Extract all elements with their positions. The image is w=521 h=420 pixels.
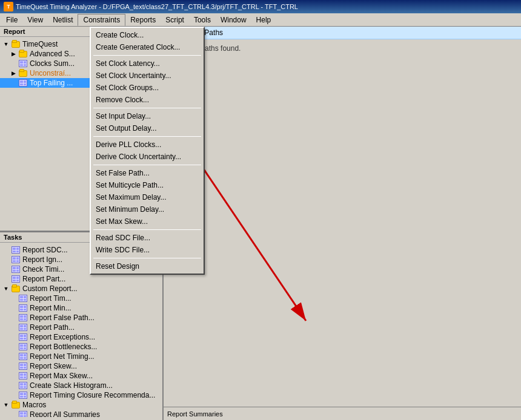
icon-create-slack-histogram (18, 381, 28, 390)
label-report-ign: Report Ign... (22, 255, 62, 264)
tasks-report-all-summaries[interactable]: ▶ Report All Summaries (0, 410, 162, 417)
icon-report-all-summaries (18, 410, 28, 417)
content-body: No failing paths found. (164, 39, 521, 57)
menu-set-clock-groups[interactable]: Set Clock Groups... (91, 82, 204, 94)
label-check-timi: Check Timi... (22, 265, 64, 274)
icon-report-timing-closure (18, 391, 28, 399)
right-panel: Top Failing Paths No failing paths found… (164, 27, 521, 420)
menu-set-output-delay[interactable]: Set Output Delay... (91, 122, 204, 134)
label-report-sdc: Report SDC... (22, 246, 68, 254)
icon-report-net-timing (18, 352, 28, 361)
menu-set-multicycle-path[interactable]: Set Multicycle Path... (91, 179, 204, 191)
menu-set-max-skew[interactable]: Set Max Skew... (91, 215, 204, 228)
label-clocks-sum: Clocks Sum... (30, 59, 75, 68)
menu-reports[interactable]: Reports (125, 15, 161, 25)
menu-set-minimum-delay[interactable]: Set Minimum Delay... (91, 203, 204, 215)
menu-netlist[interactable]: Netlist (48, 15, 78, 25)
tasks-report-max-skew[interactable]: ▶ Report Max Skew... (0, 371, 162, 381)
icon-report-false-path (18, 313, 28, 322)
menu-remove-clock[interactable]: Remove Clock... (91, 94, 204, 106)
menu-script[interactable]: Script (161, 15, 189, 25)
app-icon: T (4, 2, 13, 11)
sep1 (93, 55, 201, 56)
icon-report-bottlenecks (18, 343, 28, 351)
bottom-bar-label: Report Summaries (167, 410, 223, 418)
tasks-report-bottlenecks[interactable]: ▶ Report Bottlenecks... (0, 342, 162, 352)
title-bar: T TimeQuest Timing Analyzer - D:/FPGA_te… (0, 0, 521, 13)
menu-set-maximum-delay[interactable]: Set Maximum Delay... (91, 191, 204, 203)
icon-report-exceptions (18, 333, 28, 341)
tasks-report-false-path[interactable]: ▶ Report False Path... (0, 313, 162, 323)
menu-set-clock-latency[interactable]: Set Clock Latency... (91, 57, 204, 70)
menu-constraints[interactable]: Constraints (78, 14, 125, 26)
tasks-report-path[interactable]: ▶ Report Path... (0, 323, 162, 332)
tasks-report-skew[interactable]: ▶ Report Skew... (0, 361, 162, 371)
constraints-dropdown: Create Clock... Create Generated Clock..… (90, 27, 205, 275)
sep6 (93, 258, 201, 258)
tasks-macros[interactable]: ▼ Macros (0, 400, 162, 410)
menu-derive-clock-uncertainty[interactable]: Derive Clock Uncertainty... (91, 151, 204, 163)
label-report-net-timing: Report Net Timing... (30, 352, 95, 361)
tasks-report-timing-closure[interactable]: ▶ Report Timing Closure Recommenda... (0, 390, 162, 400)
arrow-timequest: ▼ (2, 41, 10, 48)
arrow-unconstrained: ▶ (10, 70, 17, 77)
menu-write-sdc-file[interactable]: Write SDC File... (91, 244, 204, 256)
menu-tools[interactable]: Tools (189, 15, 216, 25)
icon-report-sdc (11, 246, 21, 254)
icon-report-skew (18, 362, 28, 370)
icon-report-path (18, 323, 28, 332)
menu-file[interactable]: File (1, 15, 22, 25)
tasks-report-tim[interactable]: ▶ Report Tim... (0, 294, 162, 303)
title-text: TimeQuest Timing Analyzer - D:/FPGA_text… (16, 3, 298, 10)
arrow-macros: ▼ (2, 401, 10, 409)
icon-check-timi (11, 265, 21, 274)
icon-report-ign (11, 255, 21, 264)
icon-unconstrained (18, 69, 28, 77)
menu-window[interactable]: Window (216, 15, 251, 25)
icon-clocks-sum (18, 59, 28, 68)
label-unconstrained: Unconstraí... (30, 69, 71, 77)
menu-create-generated-clock[interactable]: Create Generated Clock... (91, 41, 204, 53)
icon-report-max-skew (18, 372, 28, 380)
tasks-report-exceptions[interactable]: ▶ Report Exceptions... (0, 332, 162, 342)
label-report-all-summaries: Report All Summaries (30, 410, 100, 417)
label-report-skew: Report Skew... (30, 362, 77, 370)
label-timequest: TimeQuest (22, 40, 58, 48)
label-report-path: Report Path... (30, 323, 75, 332)
icon-custom-report (11, 284, 21, 293)
icon-report-tim (18, 294, 28, 303)
menu-help[interactable]: Help (251, 15, 276, 25)
menu-set-false-path[interactable]: Set False Path... (91, 167, 204, 179)
icon-advanced (18, 50, 28, 58)
menu-view[interactable]: View (22, 15, 48, 25)
arrow-advanced: ▶ (10, 50, 17, 57)
label-report-tim: Report Tim... (30, 294, 71, 303)
tasks-report-net-timing[interactable]: ▶ Report Net Timing... (0, 352, 162, 361)
label-top-failing: Top Failing ... (30, 79, 73, 87)
label-report-bottlenecks: Report Bottlenecks... (30, 343, 97, 351)
label-report-exceptions: Report Exceptions... (30, 333, 95, 341)
content-header: Top Failing Paths (164, 27, 521, 39)
label-report-min: Report Min... (30, 304, 71, 312)
sep5 (93, 229, 201, 230)
icon-macros (11, 401, 21, 409)
tasks-report-min[interactable]: ▶ Report Min... (0, 303, 162, 313)
icon-report-min (18, 304, 28, 312)
main-layout: Report ▼ TimeQuest ▶ Advanced S... (0, 27, 521, 420)
arrow-custom-report: ▼ (2, 285, 10, 292)
menu-set-clock-uncertainty[interactable]: Set Clock Uncertainty... (91, 70, 204, 82)
sep4 (93, 165, 201, 165)
menu-bar: File View Netlist Constraints Reports Sc… (0, 13, 521, 27)
menu-create-clock[interactable]: Create Clock... (91, 29, 204, 41)
menu-derive-pll-clocks[interactable]: Derive PLL Clocks... (91, 139, 204, 151)
menu-read-sdc-file[interactable]: Read SDC File... (91, 232, 204, 244)
tasks-custom-report[interactable]: ▼ Custom Report... (0, 284, 162, 294)
menu-set-input-delay[interactable]: Set Input Delay... (91, 110, 204, 122)
label-advanced: Advanced S... (30, 50, 75, 58)
label-report-false-path: Report False Path... (30, 313, 95, 322)
tasks-report-part[interactable]: ▶ Report Part... (0, 274, 162, 284)
label-macros: Macros (22, 401, 46, 409)
tasks-create-slack-histogram[interactable]: ▶ Create Slack Histogram... (0, 381, 162, 390)
menu-reset-design[interactable]: Reset Design (91, 260, 204, 272)
label-report-max-skew: Report Max Skew... (30, 372, 93, 380)
